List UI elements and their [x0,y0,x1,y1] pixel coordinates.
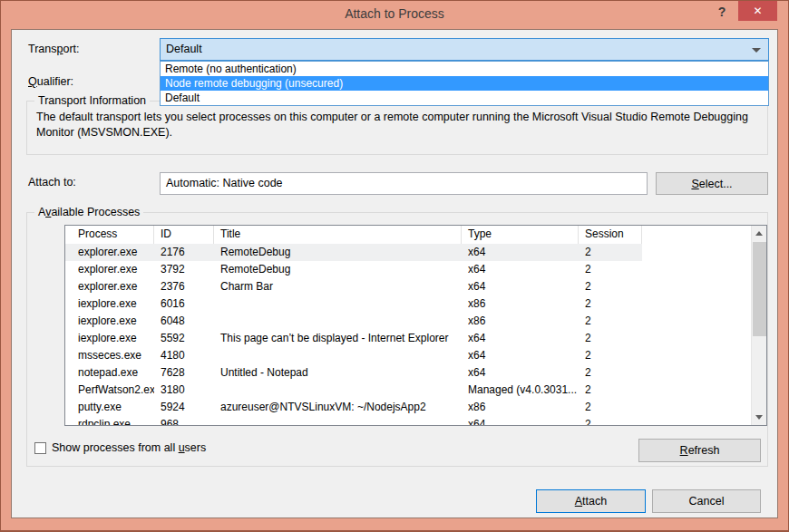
cell-id: 968 [154,416,214,425]
row-filler [642,278,766,295]
cell-type: x64 [462,347,579,364]
show-all-users-checkbox[interactable] [34,442,46,454]
cell-id: 3180 [154,382,214,399]
transport-combobox[interactable]: Default [160,38,769,61]
cell-title: This page can’t be displayed - Internet … [214,330,462,347]
cell-session: 2 [579,364,642,382]
select-button[interactable]: Select... [656,172,768,195]
refresh-button[interactable]: Refresh [638,439,761,462]
row-filler [642,399,766,416]
row-filler [642,261,766,278]
row-filler [642,382,766,399]
cell-id: 7628 [154,364,214,382]
dropdown-option[interactable]: Remote (no authentication) [161,62,768,76]
transport-label: Transport: [28,43,80,55]
cell-title: azureuser@NTVSLinuxVM: ~/NodejsApp2 [214,399,462,416]
cell-type: x86 [462,295,579,313]
dropdown-option[interactable]: Default [161,91,768,105]
cell-id: 6048 [154,313,214,330]
row-filler [642,295,766,313]
process-row[interactable]: putty.exe5924azureuser@NTVSLinuxVM: ~/No… [65,399,766,416]
process-list: Process ID Title Type Session explorer.e… [64,225,767,426]
row-filler [642,313,766,330]
scrollbar-thumb[interactable] [753,242,766,336]
cell-process: putty.exe [65,399,154,416]
cell-title [214,313,462,330]
cell-process: iexplore.exe [65,295,154,313]
attach-to-field[interactable]: Automatic: Native code [160,172,648,195]
scroll-down-icon[interactable] [752,410,767,425]
chevron-down-icon [752,48,761,53]
scroll-up-icon[interactable] [752,226,767,241]
cell-type: x64 [462,364,579,382]
column-header-id[interactable]: ID [154,226,214,244]
cell-type: x64 [462,330,579,347]
cell-title: Untitled - Notepad [214,364,462,382]
process-row[interactable]: rdpclip.exe968x642 [65,416,766,425]
attach-button[interactable]: Attach [536,489,646,513]
transport-selected-value: Default [166,43,202,55]
process-row[interactable]: explorer.exe2376Charm Barx642 [65,278,766,295]
cell-title: RemoteDebug [214,244,462,261]
row-filler [642,347,766,364]
cell-session: 2 [579,382,642,399]
help-icon[interactable]: ? [712,3,732,21]
cell-process: explorer.exe [65,278,154,295]
show-all-users-label: Show processes from all users [52,441,206,454]
cell-process: explorer.exe [65,244,154,261]
cancel-button[interactable]: Cancel [652,489,761,513]
process-row[interactable]: iexplore.exe6048x862 [65,313,766,330]
cell-session: 2 [579,261,642,278]
cell-session: 2 [579,416,642,425]
process-row[interactable]: iexplore.exe6016x862 [65,295,766,313]
cell-id: 5592 [154,330,214,347]
dropdown-option[interactable]: Node remote debugging (unsecured) [161,76,768,91]
cell-session: 2 [579,278,642,295]
process-row[interactable]: msseces.exe4180x642 [65,347,766,364]
close-icon[interactable]: ✕ [738,1,777,21]
cell-session: 2 [579,244,642,261]
cell-type: x64 [462,278,579,295]
cell-type: x64 [462,261,579,278]
cell-title: Charm Bar [214,278,462,295]
attach-to-label: Attach to: [28,176,76,189]
column-header-title[interactable]: Title [214,226,462,244]
process-row[interactable]: iexplore.exe5592This page can’t be displ… [65,330,766,347]
process-rows: explorer.exe2176RemoteDebugx642explorer.… [65,244,766,425]
cell-type: x64 [462,244,579,261]
transport-dropdown-list: Remote (no authentication)Node remote de… [160,61,769,106]
cell-process: PerfWatson2.exe [65,382,154,399]
vertical-scrollbar[interactable] [751,226,766,425]
process-row[interactable]: explorer.exe3792RemoteDebugx642 [65,261,766,278]
row-filler [642,330,766,347]
process-row[interactable]: PerfWatson2.exe3180Managed (v4.0.3031...… [65,382,766,399]
column-header-type[interactable]: Type [462,226,579,244]
cell-title [214,295,462,313]
cell-id: 3792 [154,261,214,278]
process-list-header: Process ID Title Type Session [65,226,766,244]
transport-information-title: Transport Information [34,94,150,107]
cell-process: msseces.exe [65,347,154,364]
cell-id: 4180 [154,347,214,364]
process-row[interactable]: notepad.exe7628Untitled - Notepadx642 [65,364,766,382]
cell-title [214,347,462,364]
column-header-process[interactable]: Process [65,226,154,244]
attach-to-process-dialog: Attach to Process ? ✕ Transport: Default… [0,0,789,532]
attach-to-value: Automatic: Native code [166,177,283,189]
column-header-session[interactable]: Session [579,226,642,244]
cell-session: 2 [579,347,642,364]
title-bar[interactable]: Attach to Process ? ✕ [1,1,788,29]
cell-id: 2376 [154,278,214,295]
cell-type: x86 [462,313,579,330]
cell-type: x64 [462,416,579,425]
available-processes-title: Available Processes [34,206,143,218]
process-row[interactable]: explorer.exe2176RemoteDebugx642 [65,244,766,261]
cell-session: 2 [579,330,642,347]
column-header-filler [642,226,766,244]
cell-type: Managed (v4.0.3031... [462,382,579,399]
row-filler [642,364,766,382]
cell-process: explorer.exe [65,261,154,278]
dialog-title: Attach to Process [1,6,788,21]
cell-title: RemoteDebug [214,261,462,278]
cell-title [214,382,462,399]
